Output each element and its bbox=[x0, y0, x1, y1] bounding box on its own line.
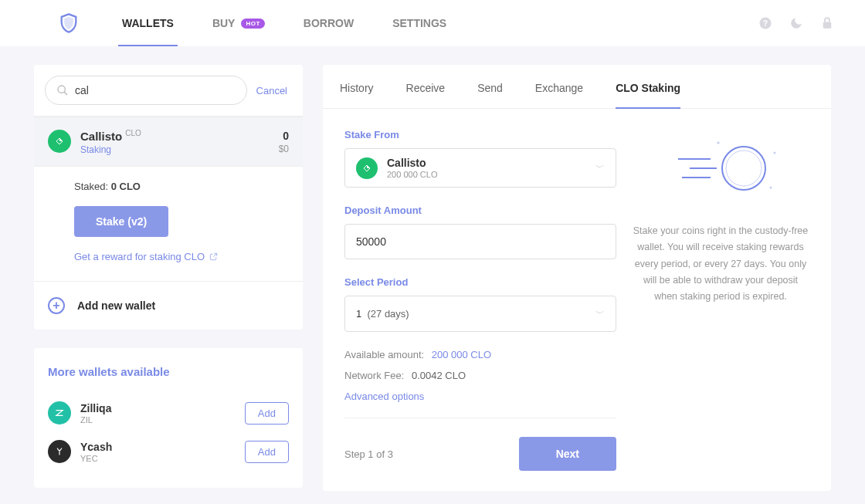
more-item-ycash: Ycash YEC Add bbox=[48, 432, 289, 471]
more-info: Zilliqa ZIL bbox=[80, 402, 236, 425]
deposit-label: Deposit Amount bbox=[344, 205, 616, 216]
wallet-info: Callisto CLO Staking bbox=[80, 130, 270, 155]
from-sub: 200 000 CLO bbox=[387, 170, 586, 179]
staking-illustration bbox=[632, 134, 809, 203]
add-wallet-row[interactable]: + Add new wallet bbox=[34, 282, 303, 330]
svg-marker-8 bbox=[367, 165, 370, 168]
search-row: Cancel bbox=[34, 65, 303, 117]
more-ticker: ZIL bbox=[80, 415, 236, 425]
moon-icon[interactable] bbox=[789, 16, 803, 30]
wallet-balance-main: 0 bbox=[279, 130, 289, 142]
more-wallets-card: More wallets available Zilliqa ZIL Add Y… bbox=[34, 348, 303, 488]
staked-row: Staked: 0 CLO bbox=[74, 181, 289, 192]
staking-info-text: Stake your coins right in the custody-fr… bbox=[632, 223, 809, 305]
available-value: 200 000 CLO bbox=[432, 349, 491, 360]
period-group: Select Period 1 (27 days) ﹀ bbox=[344, 276, 616, 332]
svg-point-14 bbox=[774, 152, 776, 154]
fee-row: Network Fee: 0.0042 CLO bbox=[344, 370, 616, 381]
deposit-input[interactable] bbox=[344, 224, 616, 259]
more-item-zilliqa: Zilliqa ZIL Add bbox=[48, 394, 289, 432]
tab-row: History Receive Send Exchange CLO Stakin… bbox=[323, 65, 831, 109]
from-name: Callisto bbox=[387, 157, 586, 169]
available-label: Available amount: bbox=[344, 349, 424, 360]
svg-text:?: ? bbox=[763, 19, 768, 28]
staked-label: Staked: bbox=[74, 181, 111, 192]
stake-button[interactable]: Stake (v2) bbox=[74, 206, 168, 237]
more-name: Zilliqa bbox=[80, 402, 236, 414]
stake-from-label: Stake From bbox=[344, 129, 616, 140]
tab-send[interactable]: Send bbox=[477, 65, 503, 108]
help-icon[interactable]: ? bbox=[758, 16, 772, 30]
hot-badge: HOT bbox=[241, 19, 264, 29]
step-text: Step 1 of 3 bbox=[344, 448, 519, 460]
tab-receive[interactable]: Receive bbox=[406, 65, 446, 108]
ycash-icon bbox=[48, 440, 71, 463]
search-cancel[interactable]: Cancel bbox=[256, 85, 292, 96]
stake-from-select[interactable]: Callisto 200 000 CLO ﹀ bbox=[344, 148, 616, 188]
period-text: 1 (27 days) bbox=[356, 308, 595, 320]
stake-from-group: Stake From Callisto 200 000 CLO ﹀ bbox=[344, 129, 616, 188]
more-wallets-title: More wallets available bbox=[48, 365, 289, 378]
period-days: (27 days) bbox=[367, 308, 409, 320]
more-ticker: YEC bbox=[80, 454, 236, 463]
form-body: Stake From Callisto 200 000 CLO ﹀ bbox=[323, 109, 831, 491]
nav-buy[interactable]: BUY HOT bbox=[212, 0, 265, 46]
add-wallet-text: Add new wallet bbox=[77, 299, 155, 312]
nav-wallets[interactable]: WALLETS bbox=[122, 0, 174, 46]
search-icon bbox=[56, 84, 69, 96]
period-select[interactable]: 1 (27 days) ﹀ bbox=[344, 296, 616, 332]
right-column: History Receive Send Exchange CLO Stakin… bbox=[323, 65, 831, 491]
staked-value: 0 CLO bbox=[111, 181, 141, 192]
svg-point-15 bbox=[770, 187, 772, 189]
nav-settings[interactable]: SETTINGS bbox=[392, 0, 446, 46]
nav-items: WALLETS BUY HOT BORROW SETTINGS bbox=[122, 0, 758, 46]
period-label: Select Period bbox=[344, 276, 616, 288]
svg-point-3 bbox=[58, 86, 65, 93]
plus-icon: + bbox=[48, 297, 65, 314]
nav-borrow[interactable]: BORROW bbox=[304, 0, 354, 46]
callisto-icon bbox=[48, 130, 71, 153]
advanced-options-link[interactable]: Advanced options bbox=[344, 391, 616, 402]
reward-link[interactable]: Get a reward for staking CLO bbox=[74, 251, 289, 262]
period-num: 1 bbox=[356, 308, 361, 320]
form-left: Stake From Callisto 200 000 CLO ﹀ bbox=[344, 129, 616, 471]
svg-rect-2 bbox=[823, 22, 832, 29]
callisto-icon bbox=[356, 157, 378, 179]
search-input[interactable] bbox=[75, 84, 236, 96]
zilliqa-icon bbox=[48, 401, 71, 425]
main-layout: Cancel Callisto CLO Staking 0 $0 bbox=[0, 46, 865, 504]
add-ycash-button[interactable]: Add bbox=[245, 441, 289, 463]
reward-link-text: Get a reward for staking CLO bbox=[74, 251, 205, 262]
tab-history[interactable]: History bbox=[340, 65, 374, 108]
svg-line-4 bbox=[64, 92, 67, 95]
svg-point-10 bbox=[726, 151, 762, 186]
tab-exchange[interactable]: Exchange bbox=[535, 65, 583, 108]
add-zilliqa-button[interactable]: Add bbox=[245, 402, 289, 425]
wallet-item-callisto[interactable]: Callisto CLO Staking 0 $0 bbox=[34, 117, 303, 167]
more-info: Ycash YEC bbox=[80, 441, 236, 463]
next-button[interactable]: Next bbox=[519, 437, 616, 471]
wallet-ticker: CLO bbox=[125, 129, 141, 137]
select-info: Callisto 200 000 CLO bbox=[387, 157, 586, 179]
wallet-card: Cancel Callisto CLO Staking 0 $0 bbox=[34, 65, 303, 330]
lock-icon[interactable] bbox=[820, 16, 834, 30]
deposit-group: Deposit Amount bbox=[344, 205, 616, 259]
stake-panel: Staked: 0 CLO Stake (v2) Get a reward fo… bbox=[34, 167, 303, 282]
wallet-name: Callisto bbox=[80, 130, 122, 143]
search-box[interactable] bbox=[45, 76, 247, 105]
tab-clo-staking[interactable]: CLO Staking bbox=[616, 65, 680, 108]
wallet-balance-fiat: $0 bbox=[279, 144, 289, 154]
available-row: Available amount: 200 000 CLO bbox=[344, 349, 616, 360]
nav-buy-label: BUY bbox=[212, 17, 236, 29]
nav-icons: ? bbox=[758, 16, 834, 30]
top-nav: WALLETS BUY HOT BORROW SETTINGS ? bbox=[0, 0, 865, 46]
wallet-sub: Staking bbox=[80, 144, 270, 155]
svg-point-9 bbox=[722, 147, 765, 190]
left-column: Cancel Callisto CLO Staking 0 $0 bbox=[34, 65, 303, 491]
external-link-icon bbox=[209, 252, 218, 261]
form-footer: Step 1 of 3 Next bbox=[344, 418, 616, 471]
shield-logo-icon bbox=[58, 12, 80, 34]
fee-value: 0.0042 CLO bbox=[412, 370, 466, 381]
app-logo[interactable] bbox=[58, 12, 80, 34]
chevron-down-icon: ﹀ bbox=[595, 307, 605, 320]
